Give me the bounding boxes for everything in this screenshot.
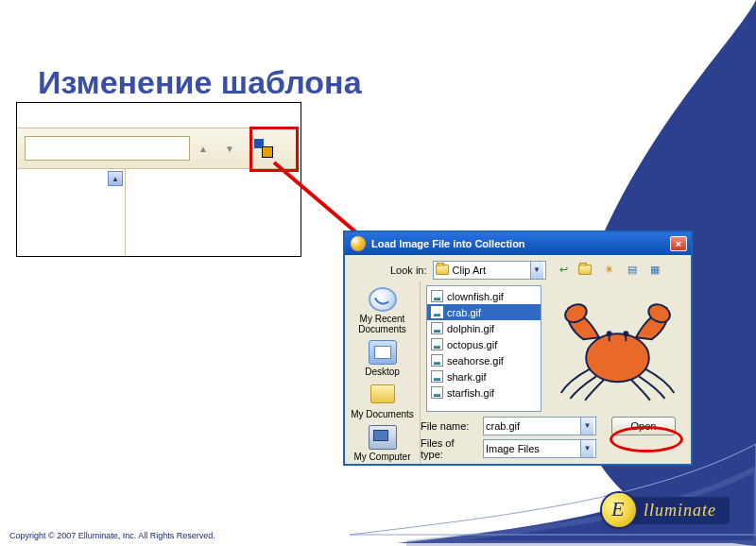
toolbar-canvas bbox=[126, 169, 301, 256]
copyright-text: Copyright © 2007 Elluminate, Inc. All Ri… bbox=[9, 531, 215, 540]
scroll-up-icon[interactable]: ▲ bbox=[108, 171, 123, 186]
folder-icon bbox=[436, 264, 449, 275]
filename-label: File name: bbox=[421, 420, 477, 432]
place-mydocs[interactable]: My Documents bbox=[349, 381, 417, 421]
lookin-value: Clip Art bbox=[453, 264, 486, 276]
dropdown-icon: ▼ bbox=[530, 262, 543, 279]
file-row[interactable]: clownfish.gif bbox=[427, 288, 541, 304]
logo-text: lluminate bbox=[628, 497, 730, 524]
file-icon bbox=[431, 354, 443, 367]
file-icon bbox=[431, 338, 443, 350]
toolbar-screenshot: ▲ ▼ ▲ bbox=[16, 102, 301, 257]
mydocs-icon bbox=[369, 383, 397, 407]
lookin-combo[interactable]: Clip Art ▼ bbox=[433, 261, 546, 280]
svg-point-1 bbox=[586, 333, 649, 382]
new-folder-icon[interactable]: ✳ bbox=[601, 262, 618, 279]
file-dialog: Load Image File into Collection × Look i… bbox=[343, 230, 693, 466]
file-icon bbox=[431, 322, 443, 334]
logo-bulb-icon bbox=[602, 493, 636, 527]
dialog-titlebar: Load Image File into Collection × bbox=[345, 232, 691, 255]
view-details-icon[interactable]: ▦ bbox=[646, 262, 663, 279]
filename-input[interactable]: crab.gif ▼ bbox=[483, 417, 596, 435]
file-icon bbox=[431, 370, 443, 383]
place-recent[interactable]: My Recent Documents bbox=[349, 285, 417, 336]
filetype-label: Files of type: bbox=[421, 437, 477, 460]
toolbar-textbox[interactable] bbox=[25, 136, 190, 161]
places-bar: My Recent Documents Desktop My Documents… bbox=[345, 282, 421, 464]
slide-title: Изменение шаблона bbox=[38, 64, 362, 101]
elluminate-logo: lluminate bbox=[602, 493, 730, 527]
file-list[interactable]: clownfish.gif crab.gif dolphin.gif octop… bbox=[426, 285, 541, 412]
recent-icon bbox=[369, 287, 397, 312]
computer-icon bbox=[369, 425, 397, 450]
dialog-icon bbox=[351, 236, 366, 251]
file-row[interactable]: seahorse.gif bbox=[427, 352, 541, 368]
file-row[interactable]: crab.gif bbox=[427, 304, 541, 320]
close-button[interactable]: × bbox=[670, 236, 687, 251]
toolbar-down-icon[interactable]: ▼ bbox=[220, 144, 239, 154]
open-button[interactable]: Open bbox=[611, 417, 676, 435]
dropdown-icon: ▼ bbox=[580, 440, 593, 457]
place-mycomp[interactable]: My Computer bbox=[349, 423, 417, 464]
filetype-combo[interactable]: Image Files ▼ bbox=[483, 439, 596, 458]
toolbar-thumbnail-panel: ▲ bbox=[17, 169, 126, 256]
toolbar-up-icon[interactable]: ▲ bbox=[194, 144, 213, 154]
lookin-label: Look in: bbox=[390, 264, 427, 276]
view-list-icon[interactable]: ▤ bbox=[624, 262, 641, 279]
highlight-box bbox=[249, 127, 299, 172]
place-desktop[interactable]: Desktop bbox=[349, 338, 417, 379]
file-row[interactable]: starfish.gif bbox=[427, 384, 541, 401]
up-folder-icon[interactable] bbox=[578, 262, 595, 279]
file-row[interactable]: dolphin.gif bbox=[427, 320, 541, 336]
back-icon[interactable]: ↩ bbox=[556, 262, 573, 279]
file-icon bbox=[431, 306, 443, 318]
image-preview bbox=[548, 282, 687, 412]
file-row[interactable]: shark.gif bbox=[427, 368, 541, 384]
file-icon bbox=[431, 290, 443, 302]
dialog-title: Load Image File into Collection bbox=[371, 238, 670, 249]
file-icon bbox=[431, 386, 443, 399]
dropdown-icon: ▼ bbox=[580, 418, 593, 435]
desktop-icon bbox=[369, 340, 397, 365]
file-row[interactable]: octopus.gif bbox=[427, 336, 541, 352]
